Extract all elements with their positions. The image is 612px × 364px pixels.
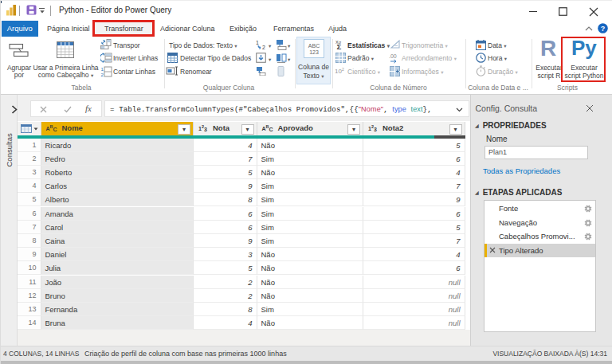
svg-text:?: ?: [601, 25, 606, 33]
svg-text:2: 2: [262, 45, 265, 50]
svg-text:1: 1: [101, 67, 104, 72]
svg-text:Σ: Σ: [337, 42, 342, 50]
svg-text:1: 1: [256, 40, 259, 45]
svg-text:2: 2: [101, 72, 104, 77]
